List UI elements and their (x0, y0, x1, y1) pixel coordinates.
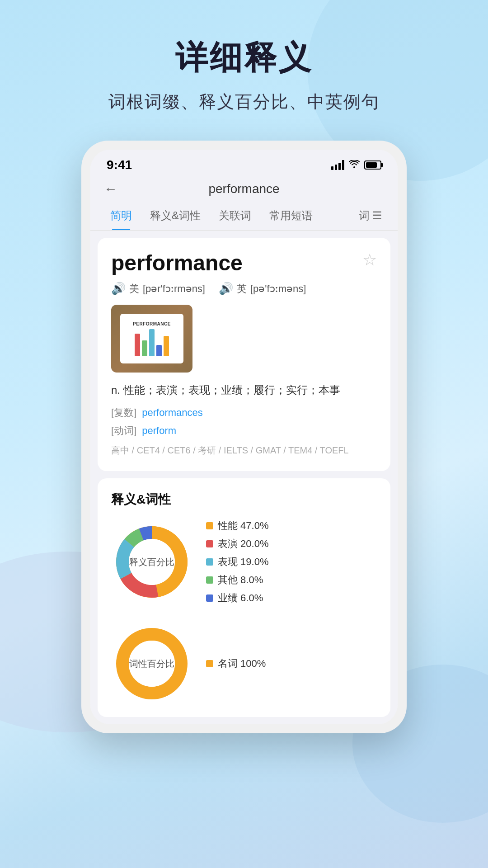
back-button[interactable]: ← (104, 181, 117, 197)
legend-dot-2 (206, 540, 213, 547)
legend-label-3: 表现 19.0% (218, 555, 269, 569)
legend-item-2: 表演 20.0% (206, 537, 269, 551)
header-title: performance (127, 182, 361, 196)
legend-dot-3 (206, 558, 213, 566)
tab-related[interactable]: 关联词 (210, 201, 260, 230)
tab-definition[interactable]: 释义&词性 (141, 201, 210, 230)
bar-chart (135, 329, 169, 356)
legend-dot-4 (206, 576, 213, 584)
tab-bar: 简明 释义&词性 关联词 常用短语 词 ☰ (90, 201, 398, 231)
legend-label-noun: 名词 100% (218, 657, 266, 670)
word-card: performance ☆ 🔊 美 [pər'fɔːrməns] 🔊 英 [pə (98, 238, 390, 471)
sub-title: 词根词缀、释义百分比、中英例句 (108, 90, 380, 113)
donut-chart-1: 释义百分比 (111, 521, 192, 603)
speaker-icon-uk[interactable]: 🔊 (219, 282, 233, 296)
phone-inner: 9:41 (90, 150, 398, 724)
status-bar: 9:41 (90, 150, 398, 177)
bar-5 (164, 336, 169, 356)
chart-section-2: 词性百分比 名词 100% (111, 623, 377, 704)
donut1-label: 释义百分比 (129, 556, 174, 568)
legend-dot-1 (206, 522, 213, 529)
word-main: performance (111, 250, 243, 275)
definition-text: n. 性能；表演；表现；业绩；履行；实行；本事 (111, 382, 377, 399)
legend-label-2: 表演 20.0% (218, 537, 269, 551)
bar-4 (156, 345, 162, 356)
menu-icon: ☰ (372, 209, 382, 222)
definition-card: 释义&词性 (98, 478, 390, 717)
tab-phrases[interactable]: 常用短语 (260, 201, 322, 230)
plural-label: [复数] (111, 406, 136, 420)
verb-label: [动词] (111, 424, 136, 438)
speaker-icon-us[interactable]: 🔊 (111, 282, 126, 296)
tab-brief[interactable]: 简明 (101, 201, 141, 230)
pron-phonetic-uk: [pə'fɔːməns] (250, 283, 306, 295)
star-icon[interactable]: ☆ (362, 250, 377, 269)
bar-3 (149, 329, 155, 356)
page-content: 详细释义 词根词缀、释义百分比、中英例句 9:41 (0, 0, 488, 733)
battery-icon (364, 160, 381, 170)
chart-tablet: PERFORMANCE (120, 314, 183, 363)
status-time: 9:41 (107, 158, 132, 172)
legend-2: 名词 100% (206, 657, 266, 670)
legend-label-4: 其他 8.0% (218, 573, 263, 587)
exam-tags: 高中 / CET4 / CET6 / 考研 / IELTS / GMAT / T… (111, 442, 377, 458)
legend-dot-noun (206, 660, 213, 667)
legend-item-1: 性能 47.0% (206, 519, 269, 533)
bar-2 (142, 340, 147, 356)
app-content: performance ☆ 🔊 美 [pər'fɔːrməns] 🔊 英 [pə (90, 231, 398, 724)
bar-1 (135, 334, 140, 356)
legend-item-5: 业绩 6.0% (206, 591, 269, 605)
chart-section-1: 释义百分比 性能 47.0% 表演 20.0% (111, 519, 377, 605)
donut-chart-2: 词性百分比 (111, 623, 192, 704)
signal-icon (331, 160, 344, 170)
legend-label-1: 性能 47.0% (218, 519, 269, 533)
plural-link[interactable]: performances (142, 407, 203, 419)
pron-british: 🔊 英 [pə'fɔːməns] (219, 282, 306, 296)
wifi-icon (349, 159, 360, 171)
legend-1: 性能 47.0% 表演 20.0% 表现 19.0% (206, 519, 269, 605)
legend-item-4: 其他 8.0% (206, 573, 269, 587)
legend-item-3: 表现 19.0% (206, 555, 269, 569)
pron-region-us: 美 (129, 282, 139, 296)
pron-phonetic-us: [pər'fɔːrməns] (143, 283, 205, 295)
definition-card-title: 释义&词性 (111, 491, 377, 508)
main-title: 详细释义 (175, 36, 313, 80)
verb-row: [动词] perform (111, 424, 377, 438)
legend-item-noun: 名词 100% (206, 657, 266, 670)
phone-mockup: 9:41 (81, 141, 407, 733)
app-header: ← performance (90, 177, 398, 201)
word-title-row: performance ☆ (111, 250, 377, 275)
verb-link[interactable]: perform (142, 425, 176, 437)
legend-dot-5 (206, 594, 213, 602)
word-image: PERFORMANCE (111, 305, 192, 373)
pron-american: 🔊 美 [pər'fɔːrməns] (111, 282, 205, 296)
pron-region-uk: 英 (237, 282, 247, 296)
donut2-label: 词性百分比 (129, 658, 174, 670)
legend-label-5: 业绩 6.0% (218, 591, 263, 605)
pronunciation-row: 🔊 美 [pər'fɔːrməns] 🔊 英 [pə'fɔːməns] (111, 282, 377, 296)
chart-tablet-label: PERFORMANCE (133, 321, 171, 326)
status-icons (331, 159, 381, 171)
tab-more[interactable]: 词 ☰ (354, 201, 387, 230)
plural-row: [复数] performances (111, 406, 377, 420)
performance-chart-image: PERFORMANCE (111, 305, 192, 373)
